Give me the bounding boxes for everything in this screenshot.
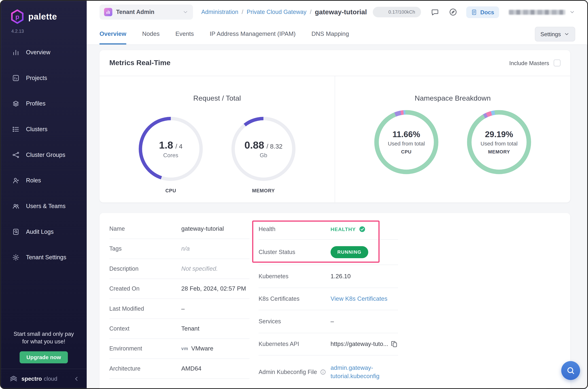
settings-button[interactable]: Settings bbox=[535, 27, 575, 41]
kubernetes-api-url: https://gateway-tuto... bbox=[330, 341, 388, 348]
settings-gear-icon bbox=[12, 254, 20, 261]
chat-button[interactable] bbox=[431, 8, 439, 16]
docs-label: Docs bbox=[480, 9, 494, 15]
detail-row-tags: Tags n/a bbox=[109, 239, 250, 259]
settings-label: Settings bbox=[540, 31, 561, 37]
audit-logs-icon bbox=[12, 228, 20, 236]
palette-logo: p palette bbox=[1, 1, 87, 24]
brand-name: palette bbox=[28, 12, 57, 22]
details-right-column: Health HEALTHY Cluster Status RUNNING Ku… bbox=[259, 219, 398, 389]
chevron-down-icon bbox=[182, 9, 188, 15]
app-window: p palette 4.2.13 Overview Projects Profi… bbox=[0, 0, 588, 389]
request-total-title: Request / Total bbox=[99, 94, 335, 103]
docs-icon bbox=[471, 9, 478, 15]
sidebar-item-roles[interactable]: Roles bbox=[1, 172, 87, 189]
namespace-cpu-percent: 11.66% bbox=[392, 130, 420, 139]
sidebar-item-overview[interactable]: Overview bbox=[1, 44, 87, 61]
cpu-gauge: 1.8 / 4 Cores CPU bbox=[139, 117, 203, 194]
sidebar-item-tenant-settings[interactable]: Tenant Settings bbox=[1, 249, 87, 266]
sidebar-item-clusters[interactable]: Clusters bbox=[1, 121, 87, 138]
detail-value: AMD64 bbox=[181, 365, 201, 372]
breadcrumb-separator: / bbox=[310, 9, 312, 16]
metrics-card-header: Metrics Real-Time Include Masters bbox=[99, 50, 570, 76]
breadcrumb-separator: / bbox=[242, 9, 243, 16]
request-total-pane: Request / Total 1.8 / 4 bbox=[99, 76, 335, 202]
breadcrumb-administration[interactable]: Administration bbox=[201, 9, 238, 16]
user-menu[interactable] bbox=[509, 9, 575, 15]
tab-dns-mapping[interactable]: DNS Mapping bbox=[311, 23, 349, 44]
detail-row-k8s-certificates: K8s Certificates View K8s Certificates bbox=[259, 288, 398, 310]
docs-button[interactable]: Docs bbox=[466, 6, 499, 18]
sidebar-item-label: Tenant Settings bbox=[26, 254, 66, 261]
include-masters-label: Include Masters bbox=[509, 60, 549, 66]
detail-label: Last Modified bbox=[109, 305, 181, 312]
detail-label: K8s Certificates bbox=[259, 295, 330, 302]
sidebar-collapse-button[interactable] bbox=[73, 375, 80, 382]
sidebar-item-profiles[interactable]: Profiles bbox=[1, 95, 87, 112]
search-icon bbox=[566, 366, 575, 375]
detail-value: gateway-tutorial bbox=[181, 226, 224, 232]
detail-label: Tags bbox=[109, 245, 181, 252]
info-icon[interactable] bbox=[320, 369, 326, 375]
include-masters-checkbox[interactable] bbox=[554, 60, 560, 66]
tab-events[interactable]: Events bbox=[175, 23, 194, 44]
detail-value: – bbox=[330, 318, 334, 325]
roles-person-icon bbox=[12, 177, 20, 184]
sidebar-item-label: Projects bbox=[26, 74, 47, 81]
app-version: 4.2.13 bbox=[1, 24, 87, 34]
detail-row-kubernetes: Kubernetes 1.26.10 bbox=[259, 265, 398, 288]
namespace-memory-label: MEMORY bbox=[488, 149, 510, 155]
projects-icon bbox=[12, 74, 20, 82]
detail-row-description: Description Not specified. bbox=[109, 259, 250, 279]
sidebar-item-label: Profiles bbox=[26, 100, 46, 107]
tab-bar: Overview Nodes Events IP Address Managem… bbox=[87, 23, 587, 45]
sidebar-nav: Overview Projects Profiles Clusters Clus… bbox=[1, 44, 87, 266]
detail-row-kubernetes-api: Kubernetes API https://gateway-tuto... bbox=[259, 333, 398, 356]
tab-ipam[interactable]: IP Address Management (IPAM) bbox=[210, 23, 296, 44]
namespace-memory-percent: 29.19% bbox=[485, 130, 513, 139]
detail-label: Context bbox=[109, 325, 181, 332]
breadcrumb-current: gateway-tutorial bbox=[315, 8, 367, 16]
sidebar-item-label: Cluster Groups bbox=[26, 151, 65, 158]
main-area: Tenant Admin Administration / Private Cl… bbox=[87, 1, 587, 388]
metrics-charts: Request / Total 1.8 / 4 bbox=[99, 76, 570, 202]
details-left-column: Name gateway-tutorial Tags n/a Descripti… bbox=[109, 219, 250, 379]
health-value: HEALTHY bbox=[330, 226, 356, 232]
cpu-used: 1.8 bbox=[159, 139, 173, 151]
memory-gauge: 0.88 / 8.32 Gb MEMORY bbox=[231, 117, 295, 194]
tab-overview[interactable]: Overview bbox=[99, 23, 126, 44]
view-k8s-certificates-link[interactable]: View K8s Certificates bbox=[330, 295, 387, 302]
breadcrumb-pcg[interactable]: Private Cloud Gateway bbox=[247, 9, 306, 16]
detail-row-architecture: Architecture AMD64 bbox=[109, 359, 250, 379]
namespace-pane: Namespace Breakdown 11.66% Used from tot… bbox=[335, 76, 570, 202]
detail-row-health: Health HEALTHY bbox=[259, 219, 398, 240]
tab-nodes[interactable]: Nodes bbox=[142, 23, 160, 44]
include-masters-control: Include Masters bbox=[509, 60, 560, 66]
namespace-memory-donut: 29.19% Used from total MEMORY bbox=[467, 110, 531, 174]
detail-value: 28 Feb, 2024, 02:57 PM bbox=[181, 285, 246, 292]
cpu-total: / 4 bbox=[175, 143, 182, 151]
namespace-title: Namespace Breakdown bbox=[335, 94, 570, 103]
scope-selector[interactable]: Tenant Admin bbox=[99, 4, 193, 20]
sidebar-item-projects[interactable]: Projects bbox=[1, 69, 87, 87]
copy-button[interactable] bbox=[391, 340, 398, 348]
detail-value: Not specified. bbox=[181, 265, 218, 272]
overview-chart-icon bbox=[12, 49, 20, 56]
vmware-icon: vm bbox=[181, 346, 188, 351]
breadcrumb: Administration / Private Cloud Gateway /… bbox=[201, 8, 367, 16]
upgrade-now-button[interactable]: Upgrade now bbox=[20, 351, 68, 363]
detail-label: Description bbox=[109, 265, 181, 272]
detail-label: Environment bbox=[109, 345, 181, 352]
sidebar-item-cluster-groups[interactable]: Cluster Groups bbox=[1, 146, 87, 163]
sidebar-item-audit-logs[interactable]: Audit Logs bbox=[1, 223, 87, 240]
copy-icon bbox=[391, 340, 398, 348]
detail-row-name: Name gateway-tutorial bbox=[109, 219, 250, 239]
search-fab-button[interactable] bbox=[561, 361, 580, 380]
detail-row-cluster-status: Cluster Status RUNNING bbox=[259, 240, 398, 265]
detail-label: Admin Kubeconfig File bbox=[259, 369, 317, 375]
admin-kubeconfig-link[interactable]: admin.gateway-tutorial.kubeconfig bbox=[330, 364, 391, 380]
sidebar-item-users-teams[interactable]: Users & Teams bbox=[1, 197, 87, 215]
help-compass-button[interactable] bbox=[449, 8, 457, 16]
status-badge: RUNNING bbox=[330, 246, 368, 258]
detail-value: Tenant bbox=[181, 325, 199, 332]
